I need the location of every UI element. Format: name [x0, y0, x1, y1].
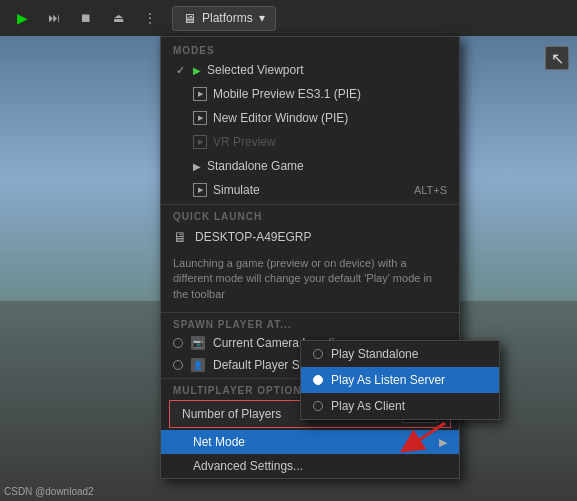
radio-listen-server: [313, 375, 323, 385]
menu-item-mobile-preview[interactable]: ▶ Mobile Preview ES3.1 (PIE): [161, 82, 459, 106]
stop-icon: ⏹: [80, 11, 92, 25]
play-triangle-icon: ▶: [193, 65, 201, 76]
desktop-icon: 🖥: [173, 229, 187, 245]
platforms-button[interactable]: 🖥 Platforms ▾: [172, 6, 276, 31]
toolbar: ▶ ⏭ ⏹ ⏏ ⋮ 🖥 Platforms ▾: [0, 0, 577, 36]
item-label: Mobile Preview ES3.1 (PIE): [213, 87, 447, 101]
spawn-section-label: SPAWN PLAYER AT...: [161, 312, 459, 332]
svg-line-0: [410, 423, 445, 446]
item-label: Simulate: [213, 183, 408, 197]
platforms-monitor-icon: 🖥: [183, 11, 196, 26]
watermark: CSDN @download2: [4, 486, 94, 497]
play-standalone-label: Play Standalone: [331, 347, 418, 361]
radio-dot-default: [173, 360, 183, 370]
skip-button[interactable]: ⏭: [40, 4, 68, 32]
radio-standalone: [313, 349, 323, 359]
menu-item-standalone-game[interactable]: ▶ Standalone Game: [161, 154, 459, 178]
eject-icon: ⏏: [113, 11, 124, 25]
more-button[interactable]: ⋮: [136, 4, 164, 32]
quick-launch-device-item[interactable]: 🖥 DESKTOP-A49EGRP: [161, 224, 459, 250]
submenu-item-play-as-client[interactable]: Play As Client: [301, 393, 499, 419]
item-label: New Editor Window (PIE): [213, 111, 447, 125]
skip-icon: ⏭: [48, 11, 60, 25]
modes-section-label: MODES: [161, 39, 459, 58]
quick-launch-section-label: QUICK LAUNCH: [161, 204, 459, 224]
play-as-client-label: Play As Client: [331, 399, 405, 413]
menu-item-vr-preview[interactable]: ▶ VR Preview: [161, 130, 459, 154]
submenu-item-play-standalone[interactable]: Play Standalone: [301, 341, 499, 367]
stop-button[interactable]: ⏹: [72, 4, 100, 32]
menu-item-simulate[interactable]: ▶ Simulate ALT+S: [161, 178, 459, 202]
red-arrow-annotation: [390, 418, 450, 458]
play-listen-server-label: Play As Listen Server: [331, 373, 445, 387]
radio-as-client: [313, 401, 323, 411]
camera-icon: 📷: [191, 336, 205, 350]
play-button[interactable]: ▶: [8, 4, 36, 32]
play-icon-standalone: ▶: [193, 161, 201, 172]
check-icon: ✓: [173, 64, 187, 77]
radio-dot-current: [173, 338, 183, 348]
advanced-settings-label: Advanced Settings...: [193, 459, 447, 473]
more-icon: ⋮: [144, 11, 156, 25]
play-icon: ▶: [17, 10, 28, 26]
pie-icon: ▶: [193, 87, 207, 101]
eject-button[interactable]: ⏏: [104, 4, 132, 32]
simulate-icon: ▶: [193, 183, 207, 197]
launch-info-text: Launching a game (preview or on device) …: [161, 250, 459, 310]
simulate-shortcut: ALT+S: [414, 184, 447, 196]
chevron-down-icon: ▾: [259, 11, 265, 25]
submenu-item-play-listen-server[interactable]: Play As Listen Server: [301, 367, 499, 393]
net-mode-submenu: Play Standalone Play As Listen Server Pl…: [300, 340, 500, 420]
menu-item-new-editor-window[interactable]: ▶ New Editor Window (PIE): [161, 106, 459, 130]
pie-icon-2: ▶: [193, 111, 207, 125]
item-label: Standalone Game: [207, 159, 447, 173]
platforms-label: Platforms: [202, 11, 253, 25]
item-label: Selected Viewport: [207, 63, 447, 77]
item-label: VR Preview: [213, 135, 447, 149]
pie-icon-3: ▶: [193, 135, 207, 149]
player-icon: 👤: [191, 358, 205, 372]
cursor-icon: ↖: [545, 46, 569, 70]
device-label: DESKTOP-A49EGRP: [195, 230, 311, 244]
menu-item-selected-viewport[interactable]: ✓ ▶ Selected Viewport: [161, 58, 459, 82]
